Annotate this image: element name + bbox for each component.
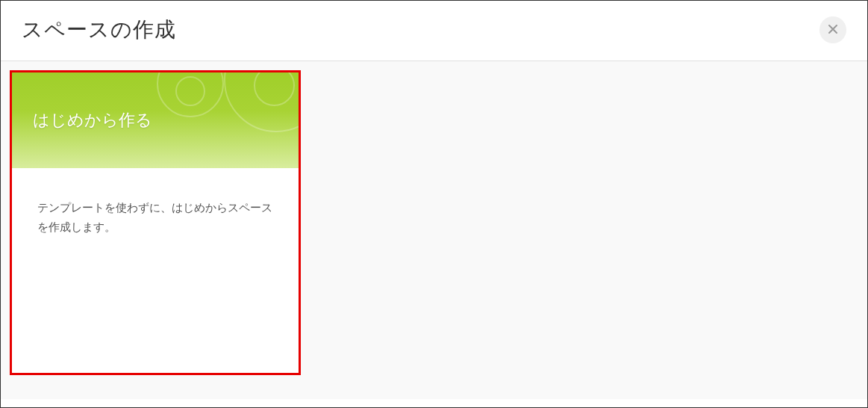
close-button[interactable] [819,16,846,43]
card-header: はじめから作る [12,72,299,168]
card-title: はじめから作る [33,109,152,132]
dialog-header: スペースの作成 [1,1,867,61]
dialog-body: はじめから作る テンプレートを使わずに、はじめからスペースを作成します。 [1,61,867,399]
close-icon [827,22,839,39]
dialog-title: スペースの作成 [22,16,176,44]
template-card-blank[interactable]: はじめから作る テンプレートを使わずに、はじめからスペースを作成します。 [10,70,301,375]
card-description: テンプレートを使わずに、はじめからスペースを作成します。 [12,168,299,251]
card-header-decoration [149,72,299,168]
